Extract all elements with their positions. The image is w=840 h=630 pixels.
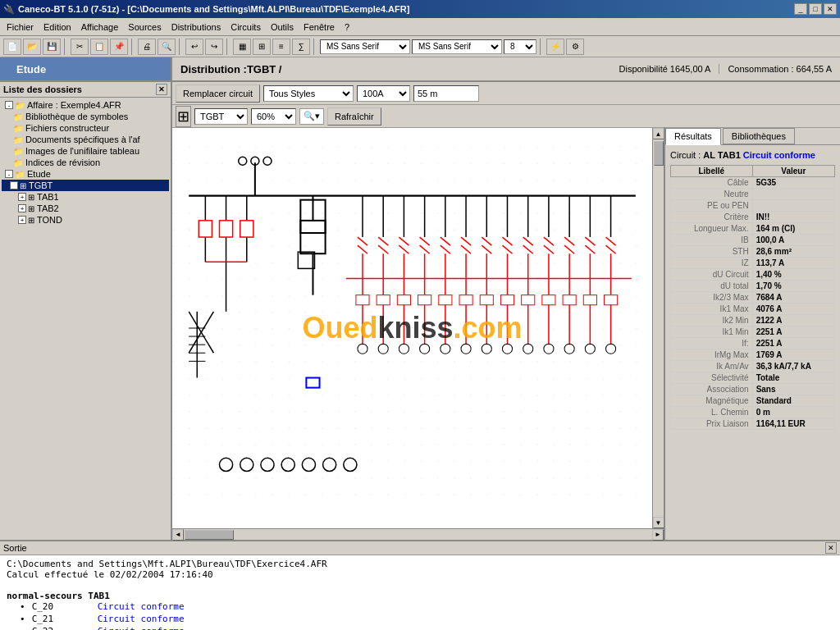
tree-item-images[interactable]: 📁 Images de l'unifilaire tableau <box>2 145 169 157</box>
window-title: 🔌 Caneco-BT 5.1.0 (7-51z) - [C:\Document… <box>3 4 409 15</box>
tree-item-tgbt[interactable]: - ⊞ TGBT <box>2 180 169 191</box>
cut-button[interactable]: ✂ <box>71 39 89 55</box>
tree-toggle-tab2[interactable]: + <box>18 204 26 212</box>
tree-item-tab1[interactable]: + ⊞ TAB1 <box>2 191 169 203</box>
search-dropdown-icon: ▾ <box>315 111 320 121</box>
table-button[interactable]: ▦ <box>233 39 251 55</box>
horizontal-scrollbar[interactable]: ◄ ► <box>172 528 664 540</box>
print-preview-button[interactable]: 🔍 <box>158 39 176 55</box>
window-controls[interactable]: _ □ ✕ <box>794 3 837 15</box>
table-row: Ik1 Max4076 A <box>671 304 835 315</box>
minimize-button[interactable]: _ <box>794 3 807 15</box>
tab-resultats[interactable]: Résultats <box>665 128 721 145</box>
bottom-close-button[interactable]: ✕ <box>825 542 837 554</box>
tree-item-biblio[interactable]: 📁 Bibliothèque de symboles <box>2 111 169 122</box>
tree-label-affaire: Affaire : Exemple4.AFR <box>27 100 121 110</box>
tree-toggle-tond[interactable]: + <box>18 216 26 224</box>
item-key: C_20 <box>32 601 98 612</box>
tree-item-docs[interactable]: 📁 Documents spécifiques à l'af <box>2 134 169 145</box>
close-button[interactable]: ✕ <box>824 3 837 15</box>
tree-item-tab2[interactable]: + ⊞ TAB2 <box>2 203 169 214</box>
left-panel-close[interactable]: ✕ <box>156 84 167 95</box>
canvas-area[interactable]: Ouedkniss.com <box>172 128 652 528</box>
menu-distributions[interactable]: Distributions <box>167 21 226 34</box>
ampere-select[interactable]: 100A <box>357 85 410 102</box>
row-label: Ik1 Min <box>671 326 753 338</box>
font-size-select[interactable]: 8 <box>504 39 536 54</box>
row-value: 164 m (CI) <box>752 223 834 235</box>
row-label: Ik2/3 Max <box>671 292 753 304</box>
menu-help[interactable]: ? <box>340 21 354 34</box>
tree-toggle[interactable]: - <box>5 101 13 109</box>
print-button[interactable]: 🖨 <box>138 39 156 55</box>
scroll-down-button[interactable]: ▼ <box>653 517 664 528</box>
menu-outils[interactable]: Outils <box>266 21 299 34</box>
row-label: STH <box>671 246 753 258</box>
open-button[interactable]: 📂 <box>23 39 41 55</box>
tab-bibliotheques[interactable]: Bibliothèques <box>723 128 795 144</box>
paste-button[interactable]: 📌 <box>110 39 128 55</box>
item-key: C_21 <box>32 614 98 624</box>
left-panel-title: Liste des dossiers <box>3 84 82 94</box>
row-label: dU total <box>671 281 753 292</box>
menu-sources[interactable]: Sources <box>123 21 166 34</box>
distance-input[interactable] <box>413 85 479 102</box>
redo-button[interactable]: ↪ <box>205 39 223 55</box>
svg-rect-51 <box>439 295 452 305</box>
vertical-scrollbar[interactable]: ▲ ▼ <box>652 128 664 528</box>
tree-toggle-tab1[interactable]: + <box>18 193 26 201</box>
save-button[interactable]: 💾 <box>43 39 61 55</box>
style-select[interactable]: Tous Styles <box>263 85 354 102</box>
tree-item-tond[interactable]: + ⊞ TOND <box>2 214 169 226</box>
search-combo[interactable]: 🔍 ▾ <box>299 108 324 125</box>
copy-button[interactable]: 📋 <box>90 39 108 55</box>
tableau-icon: ⊞ <box>28 216 34 225</box>
new-button[interactable]: 📄 <box>3 39 21 55</box>
scroll-thumb[interactable] <box>654 141 664 166</box>
list-item: •C_21Circuit conforme <box>20 614 833 624</box>
bottom-panel-title: Sortie <box>3 543 27 553</box>
menu-edition[interactable]: Edition <box>39 21 76 34</box>
grid-button[interactable]: ⊞ <box>253 39 271 55</box>
settings-button[interactable]: ⚙ <box>566 39 584 55</box>
zoom-select[interactable]: 60% <box>251 108 296 125</box>
scroll-left-button[interactable]: ◄ <box>172 529 184 541</box>
hscroll-thumb[interactable] <box>185 530 234 540</box>
tree-item-affaire[interactable]: - 📁 Affaire : Exemple4.AFR <box>2 99 169 111</box>
tree-item-etude[interactable]: - 📁 Etude <box>2 168 169 180</box>
bottom-panel-header: Sortie ✕ <box>0 541 840 555</box>
replace-circuit-button[interactable]: Remplacer circuit <box>176 84 260 103</box>
row-label: Câble <box>671 177 753 189</box>
row-value: 113,7 A <box>752 258 834 269</box>
level-select[interactable]: TGBT <box>194 108 248 125</box>
tree-item-fichiers[interactable]: 📁 Fichiers constructeur <box>2 122 169 134</box>
title-bar: 🔌 Caneco-BT 5.1.0 (7-51z) - [C:\Document… <box>0 0 840 18</box>
tree-toggle-tgbt[interactable]: - <box>10 181 18 189</box>
tree-item-indices[interactable]: 📁 Indices de révision <box>2 157 169 168</box>
menu-circuits[interactable]: Circuits <box>226 21 266 34</box>
formula-button[interactable]: ∑ <box>292 39 310 55</box>
svg-rect-79 <box>522 295 535 305</box>
svg-rect-37 <box>397 295 410 305</box>
scroll-up-button[interactable]: ▲ <box>653 128 664 139</box>
table-row: IrMg Max1769 A <box>671 349 835 361</box>
menu-fichier[interactable]: Fichier <box>2 21 39 34</box>
lightning-button[interactable]: ⚡ <box>546 39 564 55</box>
svg-rect-58 <box>459 295 472 305</box>
list-item: •C_22Circuit conforme <box>20 626 833 630</box>
row-value: Totale <box>752 372 834 384</box>
tree-toggle-etude[interactable]: - <box>5 170 13 178</box>
menu-affichage[interactable]: Affichage <box>76 21 124 34</box>
table-row: Ik Am/Av36,3 kA/7,7 kA <box>671 361 835 372</box>
list-bullet: • <box>20 601 25 612</box>
svg-rect-65 <box>480 295 493 305</box>
menu-fenetre[interactable]: Fenêtre <box>299 21 340 34</box>
font2-select[interactable]: MS Sans Serif <box>412 39 502 54</box>
font1-select[interactable]: MS Sans Serif <box>320 39 410 54</box>
table-row: IB100,0 A <box>671 235 835 246</box>
rafraichir-button[interactable]: Rafraîchir <box>327 107 381 126</box>
scroll-right-button[interactable]: ► <box>652 529 664 541</box>
calc-button[interactable]: ≡ <box>272 39 290 55</box>
restore-button[interactable]: □ <box>809 3 822 15</box>
undo-button[interactable]: ↩ <box>185 39 203 55</box>
